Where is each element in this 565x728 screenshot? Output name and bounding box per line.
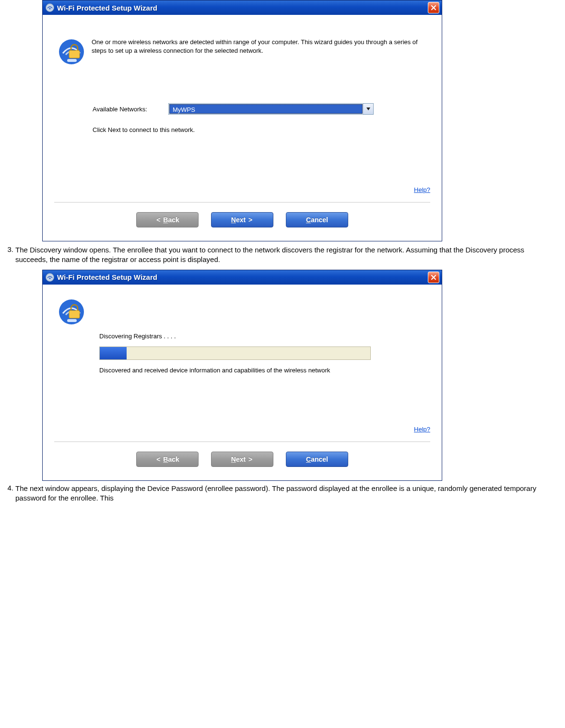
titlebar-left: Wi-Fi Protected Setup Wizard (46, 3, 157, 12)
svg-rect-9 (67, 319, 77, 322)
titlebar-left: Wi-Fi Protected Setup Wizard (46, 273, 157, 282)
available-networks-label: Available Networks: (93, 106, 168, 113)
step-number: 4. (0, 484, 15, 492)
available-networks-combo[interactable]: MyWPS (168, 103, 374, 115)
wizard-hero-icon (54, 298, 89, 325)
back-button[interactable]: < Back (136, 212, 199, 227)
step-text: The next window appears, displaying the … (15, 484, 565, 503)
help-link[interactable]: Help? (43, 426, 442, 433)
progress-bar (99, 346, 371, 360)
svg-point-0 (46, 4, 54, 12)
help-link[interactable]: Help? (43, 186, 442, 193)
titlebar: Wi-Fi Protected Setup Wizard (43, 0, 442, 15)
window-title: Wi-Fi Protected Setup Wizard (57, 4, 157, 12)
step-4: 4. The next window appears, displaying t… (0, 484, 565, 503)
step-number: 3. (0, 245, 15, 253)
next-button[interactable]: Next > (211, 212, 273, 227)
back-button[interactable]: < Back (136, 452, 199, 467)
connect-hint: Click Next to connect to this network. (93, 126, 423, 133)
window-title: Wi-Fi Protected Setup Wizard (57, 273, 157, 281)
svg-rect-4 (67, 59, 77, 62)
combo-dropdown-button[interactable] (363, 104, 373, 114)
step-text: The Discovery window opens. The enrollee… (15, 245, 565, 265)
intro-text: One or more wireless networks are detect… (89, 38, 430, 55)
progress-fill (100, 347, 127, 359)
cancel-button[interactable]: Cancel (286, 452, 348, 467)
available-networks-row: Available Networks: MyWPS (93, 103, 423, 115)
step-3: 3. The Discovery window opens. The enrol… (0, 245, 565, 265)
wizard-buttons: < Back Next > Cancel (43, 203, 442, 241)
discovery-status: Discovered and received device informati… (99, 367, 423, 374)
dialog-body: One or more wireless networks are detect… (43, 15, 442, 241)
wizard-dialog-1: Wi-Fi Protected Setup Wizard (42, 0, 442, 241)
next-button[interactable]: Next > (211, 452, 273, 467)
discovering-label: Discovering Registrars . . . . (99, 333, 423, 340)
svg-point-1 (49, 8, 50, 9)
titlebar: Wi-Fi Protected Setup Wizard (43, 270, 442, 285)
app-icon (46, 273, 54, 282)
close-icon (431, 5, 436, 11)
close-button[interactable] (428, 2, 439, 13)
svg-point-5 (46, 273, 54, 281)
svg-point-6 (49, 277, 50, 279)
combo-selected-value: MyWPS (169, 104, 363, 114)
close-icon (431, 274, 436, 280)
dialog-body: Discovering Registrars . . . . Discovere… (43, 285, 442, 480)
svg-rect-8 (69, 310, 80, 318)
wizard-hero-icon (54, 38, 89, 65)
cancel-button[interactable]: Cancel (286, 212, 348, 227)
app-icon (46, 3, 54, 12)
wizard-buttons: < Back Next > Cancel (43, 442, 442, 480)
close-button[interactable] (428, 272, 439, 283)
svg-rect-3 (69, 50, 80, 58)
wizard-dialog-2: Wi-Fi Protected Setup Wizard (42, 270, 442, 481)
